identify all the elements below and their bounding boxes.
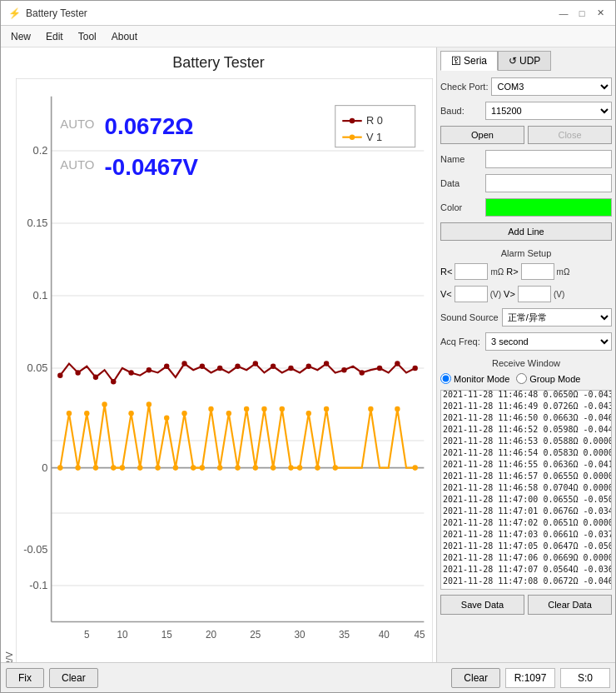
receive-window-title: Receive Window	[440, 358, 612, 368]
tab-seria[interactable]: ⚿ Seria	[440, 51, 498, 71]
s-value-display: S:0	[560, 668, 610, 688]
acq-freq-select[interactable]: 3 second	[485, 332, 612, 351]
svg-point-58	[147, 401, 152, 407]
svg-text:0.1: 0.1	[33, 289, 48, 302]
log-line: 2021-11-28 11:47:06 0.0669Ω 0.0000V	[443, 552, 609, 564]
alarm-r-row: R< mΩ R> mΩ	[440, 263, 612, 280]
group-mode-label: Group Mode	[529, 374, 580, 384]
svg-text:-0.05: -0.05	[23, 543, 47, 556]
sound-source-select[interactable]: 正常/异常	[502, 308, 612, 327]
color-picker[interactable]	[485, 198, 612, 217]
log-line: 2021-11-28 11:47:01 0.0676Ω -0.0342V	[443, 506, 609, 517]
data-row: Data	[440, 174, 612, 192]
clear-data-button[interactable]: Clear Data	[528, 595, 612, 615]
v-less-input[interactable]	[455, 286, 488, 302]
chart-wrapper: R/V	[4, 78, 433, 662]
r-less-input[interactable]	[455, 263, 488, 280]
svg-point-48	[57, 465, 62, 471]
svg-point-89	[350, 118, 355, 124]
fix-button[interactable]: Fix	[6, 668, 44, 688]
check-port-label: Check Port:	[440, 82, 488, 92]
svg-point-74	[288, 465, 293, 471]
log-line: 2021-11-28 11:46:58 0.0704Ω 0.0000V	[443, 482, 609, 494]
menu-edit[interactable]: Edit	[39, 29, 70, 44]
svg-text:0: 0	[42, 461, 47, 474]
check-port-row: Check Port: COM3	[440, 77, 612, 96]
close-button[interactable]: Close	[528, 126, 612, 144]
title-bar-left: ⚡ Battery Tester	[7, 7, 87, 20]
menu-tool[interactable]: Tool	[72, 29, 103, 44]
clear-button-2[interactable]: Clear	[451, 668, 500, 688]
v-greater-input[interactable]	[518, 286, 551, 302]
svg-text:5: 5	[84, 629, 90, 641]
svg-point-33	[164, 364, 169, 370]
open-close-row: Open Close	[440, 126, 612, 144]
acq-freq-row: Acq Freq: 3 second	[440, 332, 612, 351]
open-button[interactable]: Open	[440, 126, 524, 144]
svg-point-72	[271, 465, 276, 471]
y-axis-label: R/V	[4, 78, 16, 662]
group-mode-radio[interactable]	[516, 373, 527, 384]
group-mode-option[interactable]: Group Mode	[516, 373, 580, 384]
svg-point-42	[324, 361, 329, 366]
r-greater-label: R>	[506, 267, 518, 277]
clear-button-1[interactable]: Clear	[49, 668, 98, 688]
save-clear-row: Save Data Clear Data	[440, 595, 612, 615]
log-line: 2021-11-28 11:47:02 0.0651Ω 0.0000V	[443, 517, 609, 529]
log-line: 2021-11-28 11:46:52 0.0598Ω -0.0449V	[443, 424, 609, 436]
name-input[interactable]	[485, 150, 612, 168]
color-row: Color	[440, 198, 612, 217]
connection-tabs: ⚿ Seria ↺ UDP	[440, 51, 612, 71]
svg-point-60	[164, 416, 169, 421]
udp-icon: ↺	[509, 55, 517, 67]
r-greater-input[interactable]	[521, 263, 554, 280]
name-row: Name	[440, 150, 612, 168]
color-label: Color	[440, 202, 482, 212]
tab-udp[interactable]: ↺ UDP	[498, 51, 551, 71]
acq-freq-label: Acq Freq:	[440, 337, 482, 346]
r-less-label: R<	[440, 267, 452, 277]
right-panel: ⚿ Seria ↺ UDP Check Port: COM3 Baud:	[436, 47, 615, 662]
baud-label: Baud:	[440, 106, 482, 116]
save-data-button[interactable]: Save Data	[440, 595, 524, 615]
sound-source-label: Sound Source	[440, 312, 499, 322]
maximize-button[interactable]: □	[574, 5, 590, 22]
close-button[interactable]: ✕	[592, 5, 609, 22]
svg-point-82	[412, 465, 417, 471]
v-less-unit: (V)	[490, 290, 501, 299]
menu-about[interactable]: About	[105, 29, 144, 44]
svg-point-62	[181, 411, 186, 416]
svg-point-77	[315, 465, 320, 471]
log-line: 2021-11-28 11:46:50 0.0663Ω -0.0467V	[443, 412, 609, 424]
monitor-mode-radio[interactable]	[440, 373, 451, 384]
svg-text:-0.1: -0.1	[29, 579, 47, 591]
menu-new[interactable]: New	[4, 29, 37, 44]
monitor-mode-option[interactable]: Monitor Mode	[440, 373, 509, 384]
log-line: 2021-11-28 11:47:00 0.0655Ω -0.0503V	[443, 494, 609, 506]
log-line: 2021-11-28 11:47:03 0.0661Ω -0.0378V	[443, 529, 609, 541]
add-line-button[interactable]: Add Line	[440, 222, 612, 241]
data-input[interactable]	[485, 174, 612, 192]
svg-text:-0.0467V: -0.0467V	[105, 154, 199, 180]
svg-text:15: 15	[161, 629, 172, 641]
svg-text:0.05: 0.05	[27, 361, 48, 374]
chart-area: Battery Tester R/V	[1, 47, 436, 662]
svg-point-31	[128, 370, 133, 376]
svg-text:0.15: 0.15	[27, 217, 48, 229]
svg-point-53	[102, 401, 107, 407]
minimize-button[interactable]: —	[555, 5, 572, 22]
log-line: 2021-11-28 11:46:57 0.0655Ω 0.0000V	[443, 471, 609, 482]
svg-text:25: 25	[250, 629, 261, 641]
log-line: 2021-11-28 11:47:07 0.0564Ω -0.0360V	[443, 564, 609, 576]
svg-text:R 0: R 0	[366, 114, 383, 127]
app-icon: ⚡	[7, 7, 21, 20]
svg-point-63	[191, 465, 196, 471]
svg-point-76	[306, 411, 311, 416]
add-line-row: Add Line	[440, 222, 612, 241]
svg-point-56	[128, 411, 133, 416]
svg-point-54	[111, 465, 116, 471]
menu-bar: New Edit Tool About	[1, 26, 615, 47]
baud-select[interactable]: 115200	[485, 102, 612, 120]
v-greater-unit: (V)	[554, 290, 564, 299]
check-port-select[interactable]: COM3	[491, 77, 612, 96]
